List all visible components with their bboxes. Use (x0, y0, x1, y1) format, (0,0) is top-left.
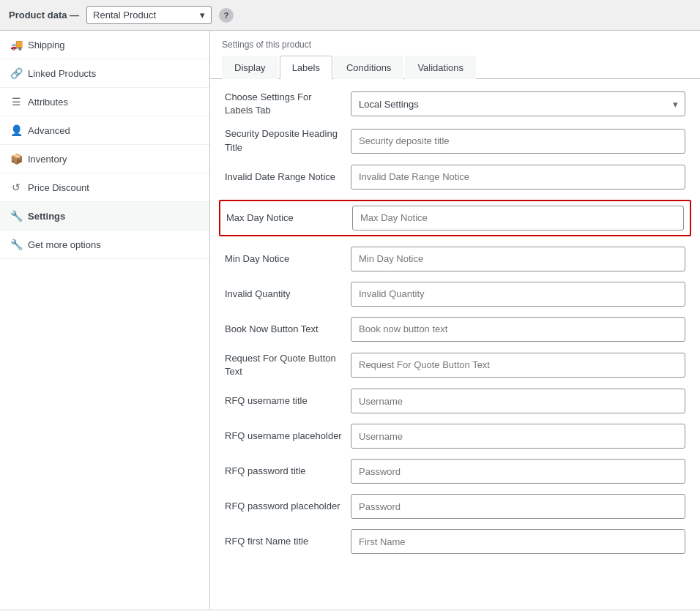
tab-conditions[interactable]: Conditions (334, 56, 403, 79)
sidebar-item-get-more-options[interactable]: 🔧 Get more options (0, 230, 209, 259)
sidebar-item-linked-products[interactable]: 🔗 Linked Products (0, 59, 209, 88)
max-day-notice-label: Max Day Notice (226, 211, 343, 225)
security-deposit-input[interactable] (351, 129, 685, 154)
rfq-password-placeholder-row: RFQ password placeholder (225, 494, 685, 519)
book-now-label: Book Now Button Text (225, 323, 342, 336)
settings-of-product-label: Settings of this product (210, 31, 700, 56)
sidebar-item-advanced[interactable]: 👤 Advanced (0, 116, 209, 145)
help-icon[interactable]: ? (219, 8, 234, 23)
sidebar-item-label: Settings (28, 211, 65, 222)
tab-validations[interactable]: Validations (405, 56, 476, 79)
rfq-username-title-label: RFQ username title (225, 394, 342, 408)
tab-labels[interactable]: Labels (280, 56, 332, 79)
invalid-date-range-input[interactable] (351, 165, 685, 190)
rfq-password-title-label: RFQ password title (225, 465, 342, 478)
book-now-input[interactable] (351, 317, 685, 342)
choose-settings-label: Choose Settings For Labels Tab (225, 91, 342, 117)
product-type-value: Rental Product (93, 10, 156, 20)
sidebar-item-settings[interactable]: 🔧 Settings (0, 202, 209, 230)
link-icon: 🔗 (10, 67, 22, 79)
invalid-quantity-label: Invalid Quantity (225, 288, 342, 301)
min-day-notice-row: Min Day Notice (225, 247, 685, 271)
max-day-notice-input[interactable] (352, 206, 684, 230)
sidebar-item-attributes[interactable]: ☰ Attributes (0, 88, 209, 116)
min-day-notice-label: Min Day Notice (225, 252, 342, 266)
choose-settings-row: Choose Settings For Labels Tab Local Set… (225, 91, 685, 117)
sidebar-item-label: Get more options (28, 239, 101, 250)
content-area: Settings of this product Display Labels … (210, 31, 700, 609)
choose-settings-select-wrapper: Local Settings Global Settings (351, 91, 685, 116)
main-layout: 🚚 Shipping 🔗 Linked Products ☰ Attribute… (0, 31, 700, 609)
top-bar: Product data — Rental Product ▾ ? (0, 0, 700, 31)
shipping-icon: 🚚 (10, 39, 22, 50)
more-options-icon: 🔧 (10, 239, 22, 250)
rfq-username-placeholder-input[interactable] (351, 424, 685, 449)
page-wrapper: Product data — Rental Product ▾ ? 🚚 Ship… (0, 0, 700, 611)
price-discount-icon: ↺ (10, 181, 22, 193)
invalid-date-range-row: Invalid Date Range Notice (225, 165, 685, 190)
form-area: Choose Settings For Labels Tab Local Set… (210, 79, 700, 576)
sidebar: 🚚 Shipping 🔗 Linked Products ☰ Attribute… (0, 31, 210, 609)
rfq-username-title-input[interactable] (351, 389, 685, 413)
invalid-quantity-input[interactable] (351, 282, 685, 307)
inventory-icon: 📦 (10, 153, 22, 165)
max-day-notice-row: Max Day Notice (219, 200, 691, 236)
rfq-password-title-row: RFQ password title (225, 459, 685, 484)
sidebar-item-label: Inventory (28, 154, 67, 165)
rfq-username-title-row: RFQ username title (225, 389, 685, 413)
tab-display[interactable]: Display (222, 56, 278, 79)
rfq-password-placeholder-label: RFQ password placeholder (225, 500, 342, 513)
advanced-icon: 👤 (10, 124, 22, 136)
attributes-icon: ☰ (10, 96, 22, 108)
rfq-button-input[interactable] (351, 353, 685, 378)
settings-icon: 🔧 (10, 210, 22, 222)
tabs-bar: Display Labels Conditions Validations (210, 56, 700, 79)
rfq-firstname-title-label: RFQ first Name title (225, 535, 342, 548)
book-now-row: Book Now Button Text (225, 317, 685, 342)
sidebar-item-label: Shipping (28, 40, 65, 50)
min-day-notice-input[interactable] (351, 247, 685, 271)
rfq-button-row: Request For Quote Button Text (225, 352, 685, 378)
sidebar-item-price-discount[interactable]: ↺ Price Discount (0, 173, 209, 202)
rfq-username-placeholder-label: RFQ username placeholder (225, 430, 342, 443)
product-type-select[interactable]: Rental Product ▾ (86, 6, 212, 24)
rfq-password-title-input[interactable] (351, 459, 685, 484)
rfq-password-placeholder-input[interactable] (351, 494, 685, 519)
rfq-username-placeholder-row: RFQ username placeholder (225, 424, 685, 449)
sidebar-item-shipping[interactable]: 🚚 Shipping (0, 31, 209, 59)
security-deposit-label: Security Deposite Heading Title (225, 127, 342, 154)
security-deposit-row: Security Deposite Heading Title (225, 127, 685, 154)
invalid-quantity-row: Invalid Quantity (225, 282, 685, 307)
rfq-button-label: Request For Quote Button Text (225, 352, 342, 378)
sidebar-item-label: Attributes (28, 97, 68, 108)
sidebar-item-label: Linked Products (28, 68, 96, 79)
sidebar-item-inventory[interactable]: 📦 Inventory (0, 145, 209, 173)
product-data-label: Product data — (9, 10, 79, 20)
choose-settings-select[interactable]: Local Settings Global Settings (351, 91, 685, 116)
chevron-down-icon: ▾ (200, 10, 205, 20)
sidebar-item-label: Price Discount (28, 182, 89, 193)
rfq-firstname-title-row: RFQ first Name title (225, 529, 685, 554)
sidebar-item-label: Advanced (28, 125, 70, 136)
rfq-firstname-title-input[interactable] (351, 529, 685, 554)
invalid-date-range-label: Invalid Date Range Notice (225, 170, 342, 184)
